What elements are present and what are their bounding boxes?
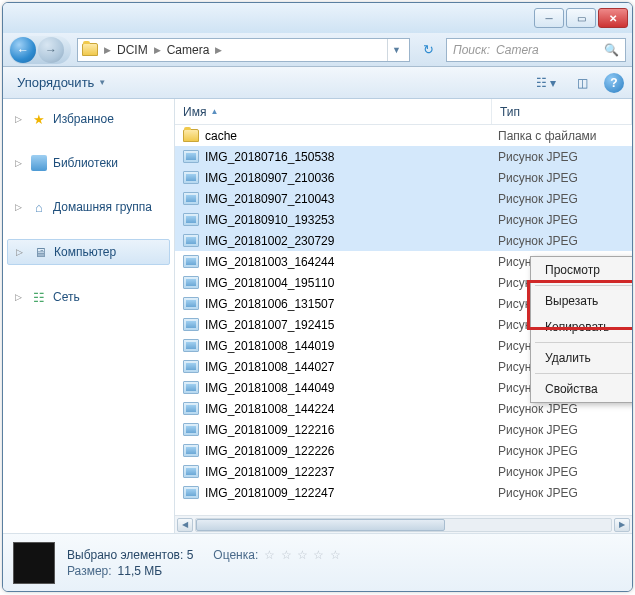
file-type: Папка с файлами [492, 129, 632, 143]
file-row[interactable]: IMG_20181009_122237Рисунок JPEG [175, 461, 632, 482]
column-name[interactable]: Имя ▲ [175, 99, 492, 124]
image-file-icon [183, 318, 199, 331]
context-menu-separator [535, 285, 632, 286]
address-dropdown[interactable]: ▼ [387, 39, 405, 61]
file-type: Рисунок JPEG [492, 444, 632, 458]
view-mode-button[interactable]: ☷ ▾ [532, 72, 560, 94]
file-type: Рисунок JPEG [492, 171, 632, 185]
sort-asc-icon: ▲ [210, 107, 218, 116]
context-menu-separator [535, 373, 632, 374]
file-name: IMG_20181006_131507 [205, 297, 334, 311]
refresh-button[interactable]: ↻ [416, 39, 440, 61]
context-menu-item[interactable]: Удалить [531, 345, 632, 371]
file-type: Рисунок JPEG [492, 150, 632, 164]
file-row[interactable]: IMG_20180907_210036Рисунок JPEG [175, 167, 632, 188]
folder-icon [82, 43, 98, 56]
file-name: cache [205, 129, 237, 143]
context-menu-item[interactable]: Свойства [531, 376, 632, 402]
file-row[interactable]: IMG_20180716_150538Рисунок JPEG [175, 146, 632, 167]
maximize-button[interactable]: ▭ [566, 8, 596, 28]
explorer-window: ─ ▭ ✕ ← → ▶ DCIM ▶ Camera ▶ ▼ ↻ Поиск: C… [2, 2, 633, 592]
sidebar-computer[interactable]: ▷ 🖥 Компьютер [7, 239, 170, 265]
selection-count: Выбрано элементов: 5 [67, 548, 193, 562]
image-file-icon [183, 192, 199, 205]
file-type: Рисунок JPEG [492, 465, 632, 479]
file-name: IMG_20181009_122237 [205, 465, 334, 479]
preview-pane-button[interactable]: ◫ [568, 72, 596, 94]
context-menu-item[interactable]: Копировать [531, 314, 632, 340]
rating-stars[interactable]: ☆ ☆ ☆ ☆ ☆ [264, 548, 341, 562]
help-button[interactable]: ? [604, 73, 624, 93]
file-type: Рисунок JPEG [492, 423, 632, 437]
file-row[interactable]: IMG_20180910_193253Рисунок JPEG [175, 209, 632, 230]
sidebar-item-label: Сеть [53, 290, 80, 304]
sidebar-item-label: Домашняя группа [53, 200, 152, 214]
close-button[interactable]: ✕ [598, 8, 628, 28]
organize-button[interactable]: Упорядочить ▼ [11, 71, 112, 94]
file-name: IMG_20181009_122226 [205, 444, 334, 458]
context-menu-item[interactable]: Просмотр [531, 257, 632, 283]
chevron-right-icon: ▶ [152, 45, 163, 55]
chevron-right-icon: ▶ [213, 45, 224, 55]
file-type: Рисунок JPEG [492, 402, 632, 416]
sidebar-libraries[interactable]: ▷ Библиотеки [7, 151, 170, 175]
forward-button[interactable]: → [38, 37, 64, 63]
sidebar-item-label: Библиотеки [53, 156, 118, 170]
breadcrumb-box[interactable]: ▶ DCIM ▶ Camera ▶ ▼ [77, 38, 410, 62]
expand-icon: ▷ [15, 158, 25, 168]
file-name: IMG_20181008_144027 [205, 360, 334, 374]
file-type: Рисунок JPEG [492, 234, 632, 248]
file-name: IMG_20180907_210036 [205, 171, 334, 185]
horizontal-scrollbar[interactable]: ◀ ▶ [175, 515, 632, 533]
search-box[interactable]: Поиск: Camera 🔍 [446, 38, 626, 62]
nav-buttons: ← → [9, 36, 71, 64]
context-menu-separator [535, 342, 632, 343]
file-row[interactable]: IMG_20180907_210043Рисунок JPEG [175, 188, 632, 209]
context-menu: ПросмотрВырезатьКопироватьУдалитьСвойств… [530, 256, 632, 403]
image-file-icon [183, 297, 199, 310]
context-menu-item[interactable]: Вырезать [531, 288, 632, 314]
scroll-right-button[interactable]: ▶ [614, 518, 630, 532]
file-name: IMG_20181003_164244 [205, 255, 334, 269]
file-name: IMG_20181002_230729 [205, 234, 334, 248]
breadcrumb-item[interactable]: Camera [167, 43, 210, 57]
file-name: IMG_20181008_144049 [205, 381, 334, 395]
scroll-thumb[interactable] [196, 519, 445, 531]
expand-icon: ▷ [15, 202, 25, 212]
scroll-track[interactable] [195, 518, 612, 532]
scroll-left-button[interactable]: ◀ [177, 518, 193, 532]
minimize-button[interactable]: ─ [534, 8, 564, 28]
expand-icon: ▷ [15, 292, 25, 302]
image-file-icon [183, 213, 199, 226]
sidebar-item-label: Компьютер [54, 245, 116, 259]
file-row[interactable]: IMG_20181009_122226Рисунок JPEG [175, 440, 632, 461]
file-name: IMG_20180907_210043 [205, 192, 334, 206]
image-file-icon [183, 255, 199, 268]
column-type[interactable]: Тип [492, 99, 632, 124]
column-headers: Имя ▲ Тип [175, 99, 632, 125]
size-label: Размер: [67, 564, 112, 578]
file-row[interactable]: cacheПапка с файлами [175, 125, 632, 146]
image-file-icon [183, 465, 199, 478]
sidebar-favorites[interactable]: ▷ ★ Избранное [7, 107, 170, 131]
search-placeholder: Camera [496, 43, 539, 57]
file-name: IMG_20181009_122216 [205, 423, 334, 437]
back-button[interactable]: ← [10, 37, 36, 63]
file-name: IMG_20181008_144019 [205, 339, 334, 353]
nav-pane: ▷ ★ Избранное ▷ Библиотеки ▷ ⌂ Домашняя … [3, 99, 175, 533]
file-row[interactable]: IMG_20181009_122216Рисунок JPEG [175, 419, 632, 440]
file-name: IMG_20181007_192415 [205, 318, 334, 332]
rating-label: Оценка: [213, 548, 258, 562]
sidebar-network[interactable]: ▷ ☷ Сеть [7, 285, 170, 309]
sidebar-homegroup[interactable]: ▷ ⌂ Домашняя группа [7, 195, 170, 219]
file-row[interactable]: IMG_20181002_230729Рисунок JPEG [175, 230, 632, 251]
file-type: Рисунок JPEG [492, 213, 632, 227]
file-name: IMG_20180910_193253 [205, 213, 334, 227]
image-file-icon [183, 171, 199, 184]
homegroup-icon: ⌂ [31, 199, 47, 215]
file-name: IMG_20181008_144224 [205, 402, 334, 416]
chevron-right-icon: ▶ [102, 45, 113, 55]
breadcrumb-item[interactable]: DCIM [117, 43, 148, 57]
file-row[interactable]: IMG_20181009_122247Рисунок JPEG [175, 482, 632, 503]
star-icon: ★ [31, 111, 47, 127]
